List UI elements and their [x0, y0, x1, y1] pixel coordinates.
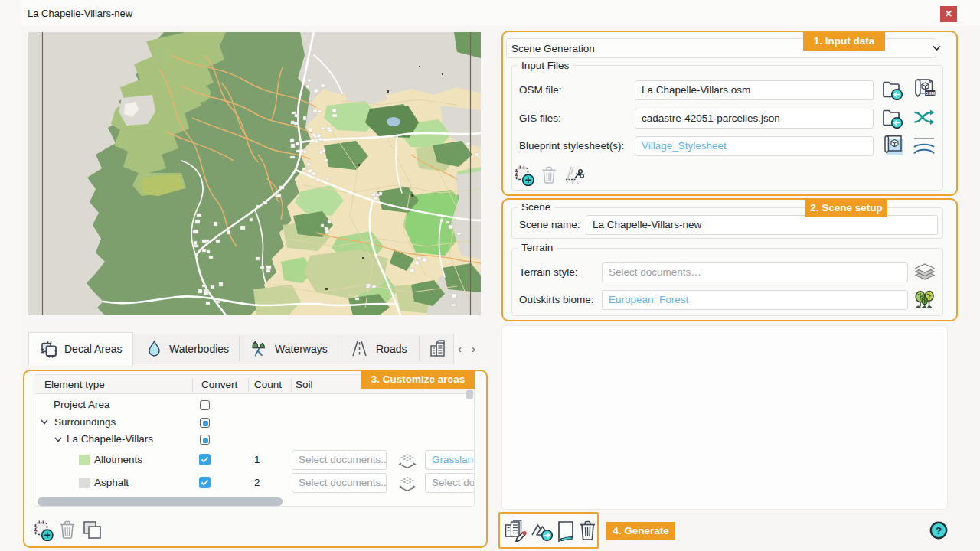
- svg-text:?: ?: [936, 525, 942, 536]
